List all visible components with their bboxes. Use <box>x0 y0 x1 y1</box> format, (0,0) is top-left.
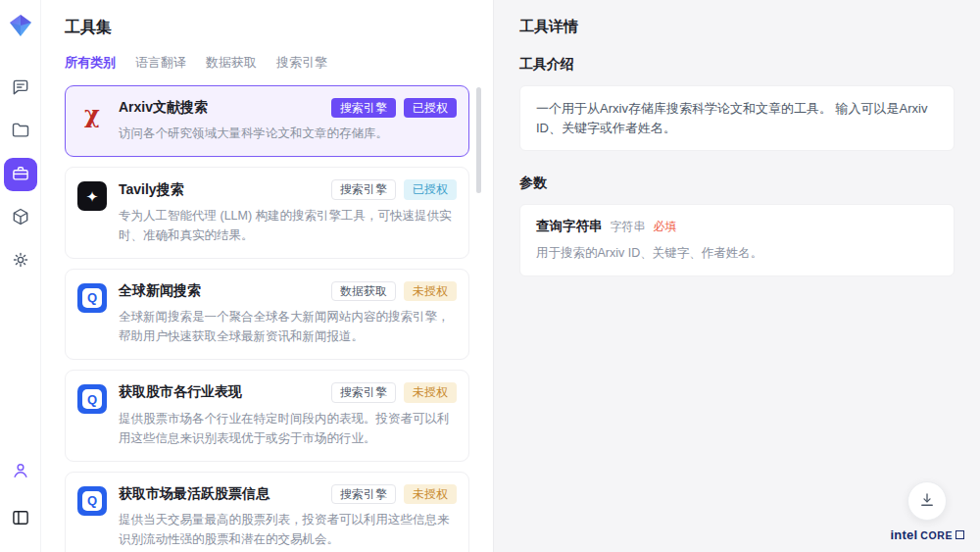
briefcase-icon <box>11 164 30 186</box>
q-blue-icon: Q <box>77 283 107 313</box>
scrollbar[interactable] <box>476 87 481 550</box>
status-badge: 已授权 <box>404 179 457 199</box>
category-badge: 搜索引擎 <box>331 179 396 199</box>
download-icon <box>918 491 936 512</box>
folder-icon <box>11 121 30 143</box>
category-badge: 搜索引擎 <box>331 98 396 118</box>
tool-description: 专为人工智能代理 (LLM) 构建的搜索引擎工具，可快速提供实时、准确和真实的结… <box>119 206 457 245</box>
tab-category-1[interactable]: 语言翻译 <box>135 54 186 72</box>
category-badge: 搜索引擎 <box>331 484 396 504</box>
collapse-sidebar-button[interactable] <box>4 502 37 535</box>
q-blue-icon: Q <box>77 384 107 414</box>
tool-card[interactable]: χ Arxiv文献搜索 搜索引擎 已授权 访问各个研究领域大量科学论文和文章的存… <box>65 85 469 157</box>
tab-category-3[interactable]: 搜索引擎 <box>276 54 327 72</box>
tool-list: χ Arxiv文献搜索 搜索引擎 已授权 访问各个研究领域大量科学论文和文章的存… <box>65 85 481 552</box>
tool-name: Arxiv文献搜索 <box>119 99 208 117</box>
param-name: 查询字符串 <box>536 218 603 235</box>
param-card: 查询字符串 字符串 必填 用于搜索的Arxiv ID、关键字、作者姓名。 <box>519 204 955 276</box>
download-button[interactable] <box>907 481 947 521</box>
intel-core-logo: intel CORE <box>891 527 964 542</box>
tool-description: 提供当天交易量最高的股票列表，投资者可以利用这些信息来识别流动性强的股票和潜在的… <box>119 510 457 549</box>
chat-icon <box>11 77 30 100</box>
intro-card: 一个用于从Arxiv存储库搜索科学论文和文章的工具。 输入可以是Arxiv ID… <box>519 85 955 151</box>
tool-card[interactable]: Q 获取股市各行业表现 搜索引擎 未授权 提供股票市场各个行业在特定时间段内的表… <box>65 370 469 461</box>
tool-description: 全球新闻搜索是一个聚合全球各大新闻网站内容的搜索引擎，帮助用户快速获取全球最新资… <box>119 307 457 346</box>
tool-card[interactable]: Q 获取市场最活跃股票信息 搜索引擎 未授权 提供当天交易量最高的股票列表，投资… <box>65 472 469 552</box>
arxiv-icon: χ <box>77 100 107 129</box>
tool-name: 获取市场最活跃股票信息 <box>119 485 270 503</box>
tool-name: 获取股市各行业表现 <box>119 383 242 401</box>
sidebar-item-settings[interactable] <box>4 244 37 277</box>
param-header: 查询字符串 字符串 必填 <box>536 218 938 235</box>
tool-list-panel: 工具集 所有类别语言翻译数据获取搜索引擎 χ Arxiv文献搜索 搜索引擎 已授… <box>41 0 494 552</box>
cube-icon <box>11 207 30 229</box>
gear-icon <box>11 250 30 273</box>
core-brand-text: CORE <box>920 529 953 541</box>
param-required-badge: 必填 <box>654 219 677 235</box>
tab-category-0[interactable]: 所有类别 <box>65 54 116 72</box>
q-blue-icon: Q <box>77 486 107 516</box>
status-badge: 未授权 <box>404 382 457 402</box>
intro-text: 一个用于从Arxiv存储库搜索科学论文和文章的工具。 输入可以是Arxiv ID… <box>536 99 938 137</box>
scrollbar-thumb[interactable] <box>476 87 481 193</box>
sidebar-item-chat[interactable] <box>4 72 37 105</box>
tavily-icon: ✦ <box>77 181 107 211</box>
page-title: 工具集 <box>65 18 481 38</box>
sidebar-item-files[interactable] <box>4 115 37 148</box>
status-badge: 未授权 <box>404 484 457 504</box>
user-icon <box>11 461 30 483</box>
intel-brand-text: intel <box>891 527 918 542</box>
panel-layout-icon <box>11 508 30 530</box>
tool-name: Tavily搜索 <box>119 181 184 199</box>
core-tier-box-icon <box>956 530 964 539</box>
tool-description: 提供股票市场各个行业在特定时间段内的表现。投资者可以利用这些信息来识别表现优于或… <box>119 409 457 448</box>
category-badge: 搜索引擎 <box>331 382 396 402</box>
category-badge: 数据获取 <box>331 281 396 301</box>
app-root: 工具集 所有类别语言翻译数据获取搜索引擎 χ Arxiv文献搜索 搜索引擎 已授… <box>0 0 980 552</box>
app-logo <box>9 14 32 41</box>
sidebar <box>0 0 41 552</box>
param-description: 用于搜索的Arxiv ID、关键字、作者姓名。 <box>536 244 938 263</box>
floating-controls: intel CORE <box>891 481 964 542</box>
status-badge: 未授权 <box>404 281 457 301</box>
sidebar-item-plugins[interactable] <box>4 201 37 234</box>
intro-heading: 工具介绍 <box>519 56 955 74</box>
tool-detail-panel: 工具详情 工具介绍 一个用于从Arxiv存储库搜索科学论文和文章的工具。 输入可… <box>494 0 980 552</box>
user-profile-button[interactable] <box>4 455 37 488</box>
sidebar-item-tools[interactable] <box>4 158 37 191</box>
status-badge: 已授权 <box>404 98 457 118</box>
detail-title: 工具详情 <box>519 18 955 36</box>
params-heading: 参数 <box>519 175 955 192</box>
tool-description: 访问各个研究领域大量科学论文和文章的存储库。 <box>119 124 457 143</box>
tab-category-2[interactable]: 数据获取 <box>206 54 257 72</box>
param-type: 字符串 <box>611 219 646 235</box>
tool-card[interactable]: ✦ Tavily搜索 搜索引擎 已授权 专为人工智能代理 (LLM) 构建的搜索… <box>65 167 469 258</box>
tool-name: 全球新闻搜索 <box>119 282 201 300</box>
tool-card[interactable]: Q 全球新闻搜索 数据获取 未授权 全球新闻搜索是一个聚合全球各大新闻网站内容的… <box>65 269 469 360</box>
category-tabs: 所有类别语言翻译数据获取搜索引擎 <box>65 54 481 72</box>
